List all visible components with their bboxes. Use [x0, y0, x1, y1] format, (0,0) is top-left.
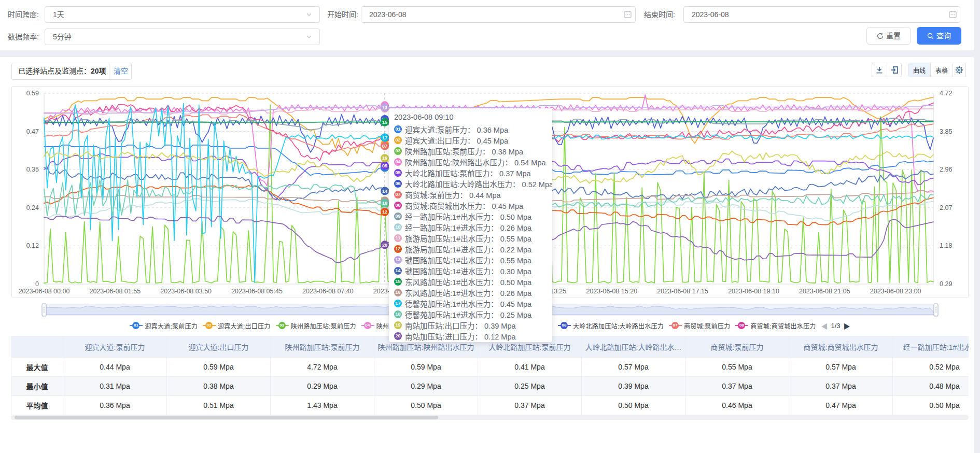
svg-text:2.07: 2.07	[940, 204, 952, 211]
svg-text:19: 19	[382, 155, 387, 161]
svg-text:1.18: 1.18	[940, 242, 952, 249]
svg-text:0.12: 0.12	[26, 242, 39, 249]
svg-text:0.59: 0.59	[26, 90, 39, 97]
svg-text:2023-06-08 05:45: 2023-06-08 05:45	[231, 288, 283, 295]
svg-text:2023-06-08 07:40: 2023-06-08 07:40	[302, 288, 354, 295]
svg-text:17: 17	[382, 135, 387, 140]
svg-text:07: 07	[382, 144, 387, 149]
svg-text:3.85: 3.85	[940, 128, 952, 135]
svg-text:0.47: 0.47	[26, 128, 39, 135]
svg-text:13: 13	[382, 105, 387, 110]
svg-text:0.29: 0.29	[940, 280, 952, 288]
svg-text:20: 20	[382, 243, 387, 248]
svg-text:2023-06-08 19:10: 2023-06-08 19:10	[728, 288, 779, 295]
svg-text:2023-06-08 01:55: 2023-06-08 01:55	[89, 288, 141, 295]
svg-text:12: 12	[382, 209, 387, 215]
svg-text:0.35: 0.35	[26, 166, 39, 173]
svg-text:2.96: 2.96	[940, 166, 952, 173]
svg-text:15: 15	[382, 120, 387, 125]
svg-text:14: 14	[382, 189, 387, 194]
svg-text:2023-06-08 21:05: 2023-06-08 21:05	[799, 288, 850, 295]
svg-text:18: 18	[382, 201, 387, 206]
svg-text:2023-06-08 15:20: 2023-06-08 15:20	[586, 288, 637, 295]
svg-text:0.24: 0.24	[26, 204, 39, 211]
svg-text:2023-06-08 23:00: 2023-06-08 23:00	[870, 288, 921, 295]
svg-text:2023-06-08 17:15: 2023-06-08 17:15	[657, 288, 708, 295]
svg-text:2023-06-08 03:50: 2023-06-08 03:50	[160, 288, 212, 295]
svg-text:4.72: 4.72	[940, 90, 952, 97]
svg-text:05: 05	[382, 163, 387, 168]
svg-text:2023-06-08 00:00: 2023-06-08 00:00	[19, 288, 70, 295]
svg-text:0: 0	[35, 280, 39, 288]
